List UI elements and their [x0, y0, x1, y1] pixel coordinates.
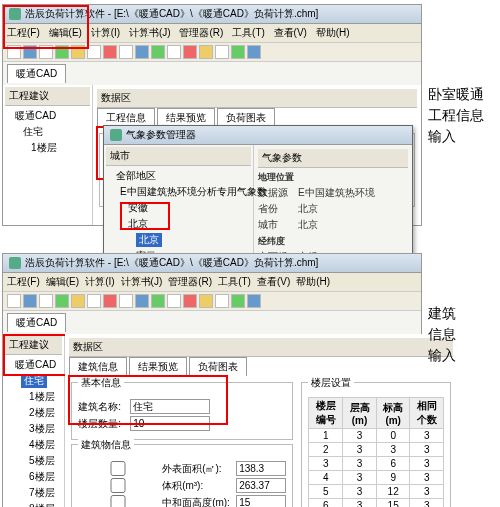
tool-btn[interactable]	[87, 294, 101, 308]
tree-floor[interactable]: 4楼层	[7, 437, 60, 453]
th-count: 相同个数	[410, 398, 444, 429]
group-label: 楼层设置	[308, 376, 354, 390]
tool-btn[interactable]	[215, 294, 229, 308]
tree-root[interactable]: 暖通CAD	[7, 108, 88, 124]
table-row[interactable]: 1303	[309, 429, 444, 443]
menu-calc[interactable]: 计算(I)	[91, 27, 120, 38]
tool-btn[interactable]	[103, 294, 117, 308]
tree-node-selected[interactable]: 北京	[108, 232, 249, 248]
tree-node[interactable]: 全部地区	[108, 168, 249, 184]
area-input[interactable]	[236, 461, 286, 476]
main-header: 数据区	[69, 338, 453, 357]
table-cell: 3	[410, 443, 444, 457]
tool-btn[interactable]	[247, 45, 261, 59]
city-value: 北京	[298, 218, 318, 232]
tool-btn[interactable]	[55, 294, 69, 308]
tool-btn[interactable]	[119, 294, 133, 308]
tab-result[interactable]: 结果预览	[129, 357, 187, 376]
menu-report[interactable]: 计算书(J)	[129, 27, 171, 38]
vol-input[interactable]	[236, 478, 286, 493]
table-row[interactable]: 2333	[309, 443, 444, 457]
mid-input[interactable]	[236, 495, 286, 507]
table-cell: 3	[343, 499, 377, 508]
menu-tools[interactable]: 工具(T)	[232, 27, 265, 38]
table-row[interactable]: 53123	[309, 485, 444, 499]
doc-tab[interactable]: 暖通CAD	[7, 64, 66, 83]
menu-file[interactable]: 工程(F)	[7, 276, 40, 287]
tree-floor[interactable]: 6楼层	[7, 469, 60, 485]
tree-floor[interactable]: 3楼层	[7, 421, 60, 437]
project-tree[interactable]: 暖通CAD 住宅 1楼层	[5, 106, 90, 158]
doc-tab[interactable]: 暖通CAD	[7, 313, 66, 332]
sidebar: 工程建议 暖通CAD 住宅 1楼层2楼层3楼层4楼层5楼层6楼层7楼层8楼层9楼…	[3, 334, 65, 507]
tool-btn[interactable]	[167, 294, 181, 308]
app-window-2: 浩辰负荷计算软件 - [E:\《暖通CAD》\《暖通CAD》负荷计算.chm] …	[2, 253, 422, 507]
tool-btn[interactable]	[231, 294, 245, 308]
tool-btn[interactable]	[199, 294, 213, 308]
tool-btn[interactable]	[135, 45, 149, 59]
dialog-title: 气象参数管理器	[126, 128, 196, 142]
table-cell: 5	[309, 485, 343, 499]
table-cell: 3	[410, 471, 444, 485]
dialog-params-header: 气象参数	[258, 149, 408, 168]
tree-node[interactable]: E中国建筑热环境分析专用气象数	[108, 184, 249, 200]
mid-check[interactable]	[78, 495, 158, 507]
menu-report[interactable]: 计算书(J)	[121, 276, 163, 287]
table-cell: 0	[376, 429, 410, 443]
menu-bar[interactable]: 工程(F)编辑(E)计算(I)计算书(J)管理器(R)工具(T)查看(V)帮助(…	[3, 273, 421, 292]
menu-help[interactable]: 帮助(H)	[296, 276, 330, 287]
tree-floor[interactable]: 1楼层	[7, 140, 88, 156]
tool-btn[interactable]	[183, 294, 197, 308]
tool-btn[interactable]	[103, 45, 117, 59]
main-pane: 数据区 建筑信息 结果预览 负荷图表 基本信息 建筑名称: 楼层数量: 建筑物信…	[65, 334, 457, 507]
tree-floor[interactable]: 7楼层	[7, 485, 60, 501]
vol-check[interactable]	[78, 478, 158, 493]
table-cell: 12	[376, 485, 410, 499]
tool-btn[interactable]	[135, 294, 149, 308]
tool-btn[interactable]	[215, 45, 229, 59]
group-basic-info: 基本信息 建筑名称: 楼层数量:	[71, 382, 293, 440]
tool-btn[interactable]	[7, 294, 21, 308]
tool-btn[interactable]	[71, 294, 85, 308]
window-title: 浩辰负荷计算软件 - [E:\《暖通CAD》\《暖通CAD》负荷计算.chm]	[25, 256, 318, 270]
tree-floor[interactable]: 2楼层	[7, 405, 60, 421]
tool-btn[interactable]	[199, 45, 213, 59]
tool-btn[interactable]	[23, 294, 37, 308]
main-header: 数据区	[97, 89, 417, 108]
tree-floor[interactable]: 5楼层	[7, 453, 60, 469]
tree-floor[interactable]: 1楼层	[7, 389, 60, 405]
menu-view[interactable]: 查看(V)	[257, 276, 290, 287]
tab-chart[interactable]: 负荷图表	[189, 357, 247, 376]
floor-table[interactable]: 楼层编号 层高(m) 标高(m) 相同个数 130323333363439353…	[308, 397, 444, 507]
table-cell: 2	[309, 443, 343, 457]
tool-btn[interactable]	[167, 45, 181, 59]
project-tree[interactable]: 暖通CAD 住宅 1楼层2楼层3楼层4楼层5楼层6楼层7楼层8楼层9楼层10楼层	[5, 355, 62, 507]
tab-building-info[interactable]: 建筑信息	[69, 357, 127, 376]
menu-view[interactable]: 查看(V)	[274, 27, 307, 38]
sidebar: 工程建议 暖通CAD 住宅 1楼层	[3, 85, 93, 225]
tool-btn[interactable]	[247, 294, 261, 308]
area-check[interactable]	[78, 461, 158, 476]
tree-building[interactable]: 住宅	[7, 124, 88, 140]
table-cell: 3	[343, 485, 377, 499]
tool-btn[interactable]	[39, 294, 53, 308]
menu-help[interactable]: 帮助(H)	[316, 27, 350, 38]
app-icon	[9, 257, 21, 269]
menu-calc[interactable]: 计算(I)	[85, 276, 114, 287]
tool-btn[interactable]	[151, 294, 165, 308]
table-row[interactable]: 63153	[309, 499, 444, 508]
mid-label: 中和面高度(m):	[162, 496, 232, 508]
tool-btn[interactable]	[183, 45, 197, 59]
tool-btn[interactable]	[119, 45, 133, 59]
table-row[interactable]: 3363	[309, 457, 444, 471]
tool-btn[interactable]	[87, 45, 101, 59]
tree-floor[interactable]: 8楼层	[7, 501, 60, 507]
menu-manager[interactable]: 管理器(R)	[179, 27, 223, 38]
menu-tools[interactable]: 工具(T)	[218, 276, 251, 287]
menu-edit[interactable]: 编辑(E)	[46, 276, 79, 287]
table-row[interactable]: 4393	[309, 471, 444, 485]
tool-btn[interactable]	[151, 45, 165, 59]
tool-btn[interactable]	[231, 45, 245, 59]
group-building-info: 建筑物信息 外表面积(㎡): 体积(m³): 中和面高度(m):	[71, 444, 293, 507]
menu-manager[interactable]: 管理器(R)	[168, 276, 212, 287]
